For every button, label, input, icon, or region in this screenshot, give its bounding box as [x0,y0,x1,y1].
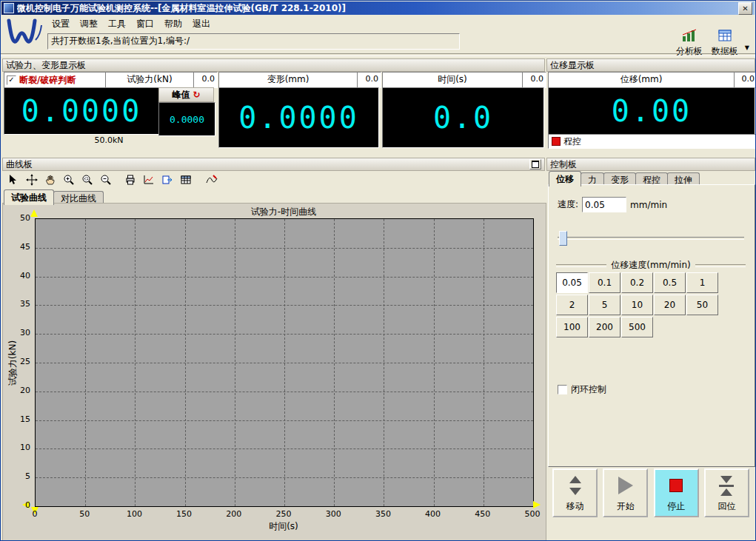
speed-grid: 0.050.10.20.5125102050100200500 [556,272,747,339]
zoom-in-icon[interactable] [60,172,77,189]
x-tick-label: 0 [24,509,46,519]
move-cross-icon[interactable] [23,172,40,189]
speed-option-5[interactable]: 5 [589,295,620,315]
y-tick-label: 10 [3,443,30,452]
time-rate: 0.0 [522,72,546,88]
chart-area: 试验力-时间曲线 试验力(kN) 时间(s) 05010015020025030… [2,203,546,541]
zoom-out-icon[interactable] [97,172,114,189]
return-icon [719,473,734,498]
select-icon[interactable] [4,172,21,189]
move-button[interactable]: 移动 [552,468,598,517]
y-tick-label: 30 [3,328,30,337]
refresh-icon[interactable]: ↻ [193,90,200,100]
speed-option-200[interactable]: 200 [589,317,620,337]
x-tick-label: 150 [173,509,195,519]
chart-xlabel: 时间(s) [35,520,532,533]
speed-group-title: 位移速度(mm/min) [556,259,746,272]
closed-loop-checkbox[interactable]: 闭环控制 [558,383,606,396]
hand-icon[interactable] [41,172,58,189]
speed-option-500[interactable]: 500 [621,317,653,337]
closed-loop-box-icon[interactable] [558,385,567,394]
displacement-header: 位移(mm) [548,72,735,88]
menu-item-1[interactable]: 设置 [47,16,75,32]
gridline-horizontal [36,305,533,306]
menu-item-2[interactable]: 调整 [75,16,103,32]
report-icon[interactable] [140,172,157,189]
control-panel: 控制板 位移力变形程控拉伸 速度: mm/min 位移速度(mm/min) 0.… [546,158,755,540]
slider-track [558,237,744,240]
curve-toolbar [4,171,220,189]
speed-option-50[interactable]: 50 [686,295,718,315]
speed-input[interactable] [582,197,626,212]
curve-panel-title: 曲线板 [6,159,33,169]
gridline-horizontal [36,363,533,363]
speed-option-0.05[interactable]: 0.05 [556,272,588,293]
chart-plot-area[interactable] [35,218,534,507]
displacement-rate: 0.0 [734,72,756,88]
speed-option-20[interactable]: 20 [654,295,686,315]
panel-restore-button[interactable] [529,159,541,169]
title-bar: 微机控制电子万能试验机测控系统--[金属材料室温拉伸试验(GB/T 228.1-… [1,1,755,15]
y-tick-label: 0 [3,500,30,510]
app-icon [4,3,14,13]
speed-option-10[interactable]: 10 [621,295,653,315]
speed-option-2[interactable]: 2 [556,295,588,315]
y-tick-label: 40 [3,271,30,280]
displacement-panel: 位移显示板 位移(mm) 0.0 0.00 程控 [546,58,755,149]
start-button[interactable]: 开始 [603,468,648,517]
x-tick-label: 200 [223,509,245,519]
window-title: 微机控制电子万能试验机测控系统--[金属材料室温拉伸试验(GB/T 228.1-… [17,2,735,15]
control-panel-header: 控制板 [546,158,755,171]
force-rate: 0.0 [193,72,218,88]
speed-option-0.2[interactable]: 0.2 [621,272,653,293]
y-tick-label: 25 [3,357,30,366]
peak-header[interactable]: 峰值 ↻ [158,87,214,102]
force-display-panel-header: 试验力、变形显示板 [2,58,545,72]
menu-item-4[interactable]: 窗口 [131,16,159,32]
force-header: 试验力(kN) [105,72,194,88]
fracture-label: 断裂/破碎判断 [19,74,76,87]
deform-rate: 0.0 [357,72,381,88]
app-window: 微机控制电子万能试验机测控系统--[金属材料室温拉伸试验(GB/T 228.1-… [0,0,756,541]
x-tick-label: 350 [372,509,394,519]
menu-item-5[interactable]: 帮助 [159,16,187,32]
control-panel-title: 控制板 [550,159,577,169]
force-display-panel: 试验力、变形显示板 ✓ 断裂/破碎判断 试验力(kN) 0.0 0.0000 峰… [2,58,545,149]
stop-button[interactable]: 停止 [654,468,699,517]
control-tab-1[interactable]: 位移 [549,171,581,187]
marker-icon[interactable] [203,172,220,189]
toolbar-overflow-button[interactable]: ▼ [745,44,749,51]
displacement-panel-header: 位移显示板 [546,58,755,72]
deform-header: 变形(mm) [218,72,358,88]
speed-option-0.5[interactable]: 0.5 [654,272,686,293]
speed-option-1[interactable]: 1 [686,272,718,293]
x-tick-label: 500 [521,509,543,519]
speed-option-0.1[interactable]: 0.1 [589,272,620,293]
return-button[interactable]: 回位 [704,468,749,517]
stop-label: 停止 [667,500,685,513]
fracture-checkbox[interactable]: ✓ [7,75,16,85]
slider-handle[interactable] [559,231,567,246]
curve-panel-header: 曲线板 [2,158,545,171]
speed-slider[interactable] [558,231,744,244]
export-icon[interactable] [158,172,175,189]
status-field: 共打开数据1条,当前位置为1,编号:/ [47,33,460,50]
peak-box: 峰值 ↻ 0.0000 [158,87,214,136]
menu-bar: 设置调整工具窗口帮助退出 [47,16,215,31]
close-button[interactable]: ✕ [738,2,752,15]
menu-item-6[interactable]: 退出 [187,16,215,32]
start-label: 开始 [617,500,635,513]
print-icon[interactable] [121,172,138,189]
move-label: 移动 [566,500,584,513]
speed-option-100[interactable]: 100 [556,317,588,337]
menu-item-3[interactable]: 工具 [103,16,131,32]
gridline-horizontal [36,477,533,478]
zoom-window-icon[interactable] [78,172,96,189]
curve-tab-1[interactable]: 试验曲线 [4,189,54,205]
y-tick-label: 35 [3,299,30,309]
fracture-check-cell[interactable]: ✓ 断裂/破碎判断 [4,72,110,88]
speed-label: 速度: [558,198,578,211]
x-tick-label: 250 [272,509,295,519]
force-value-display: 0.0000 [4,87,159,135]
table-icon[interactable] [177,172,194,189]
